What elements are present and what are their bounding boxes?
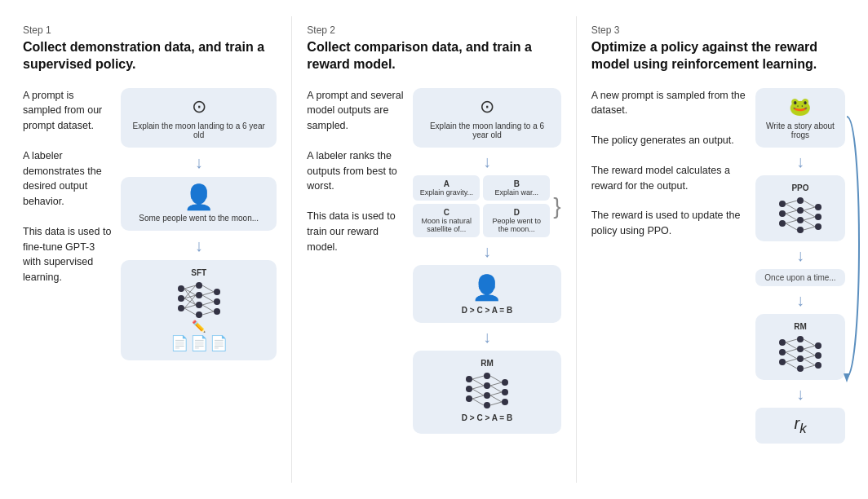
output-a-letter: A [416, 179, 476, 188]
svg-line-65 [804, 210, 815, 217]
svg-marker-91 [844, 373, 850, 382]
svg-point-52 [797, 217, 804, 223]
step1-title: Collect demonstration data, and train a … [23, 39, 277, 73]
step1-prompt-text: Explain the moon landing to a 6 year old [131, 121, 267, 139]
step2-person-icon: 👤 [472, 273, 502, 302]
step2-prompt-card: ⊙ Explain the moon landing to a 6 year o… [413, 88, 560, 148]
step3-rm-card: RM [755, 314, 845, 380]
step2-neural-net [463, 369, 512, 408]
svg-line-87 [804, 349, 815, 355]
step2-outputs-grid: A Explain gravity... B Explain war... C … [413, 175, 550, 237]
brace-icon: } [553, 195, 560, 218]
step3-label: Step 3 [591, 24, 845, 36]
svg-line-39 [472, 395, 484, 399]
svg-line-88 [804, 355, 815, 359]
step3-arrow2: ↓ [796, 247, 804, 263]
svg-point-76 [815, 342, 822, 349]
step3-desc1: A new prompt is sampled from the dataset… [591, 88, 749, 119]
svg-line-24 [202, 311, 214, 315]
svg-line-64 [804, 207, 815, 210]
svg-point-77 [815, 352, 822, 359]
svg-line-43 [490, 386, 502, 392]
doc-icons: 📄 📄 📄 [170, 334, 228, 352]
step1-desc3: This data is used to fine-tune GPT-3 wit… [23, 224, 113, 285]
step1-arrow1: ↓ [195, 154, 203, 170]
svg-line-62 [786, 223, 797, 230]
step1-labeler-card: 👤 Some people went to the moon... [121, 177, 277, 231]
svg-line-44 [490, 392, 502, 395]
step2-output-a: A Explain gravity... [413, 175, 480, 201]
svg-line-82 [786, 352, 797, 359]
step2-outputs-container: A Explain gravity... B Explain war... C … [413, 175, 560, 237]
step2-column: Step 2 Collect comparison data, and trai… [292, 16, 576, 483]
svg-point-28 [484, 373, 490, 379]
svg-line-20 [202, 292, 214, 295]
step3-prompt-card: 🐸 Write a story about frogs [755, 88, 845, 148]
svg-line-57 [786, 201, 797, 204]
svg-point-72 [797, 336, 804, 342]
frog-icon: 🐸 [789, 96, 811, 117]
svg-point-9 [214, 308, 220, 315]
svg-line-67 [804, 220, 815, 227]
svg-point-8 [214, 298, 220, 305]
step3-rk-text: rk [794, 414, 806, 432]
doc-icon3: 📄 [210, 334, 228, 352]
svg-point-33 [502, 389, 508, 395]
svg-line-79 [786, 339, 797, 342]
svg-line-36 [472, 379, 484, 386]
svg-line-80 [786, 342, 797, 349]
step3-rk-card: rk [755, 408, 845, 444]
step2-output-d: D People went to the moon... [483, 204, 550, 237]
svg-point-47 [779, 201, 786, 207]
step3-prompt-text: Write a story about frogs [765, 121, 835, 139]
step2-desc3: This data is used to train our reward mo… [307, 209, 405, 254]
output-b-text: Explain war... [495, 188, 539, 197]
svg-point-34 [502, 399, 508, 405]
feedback-arrow-svg [840, 117, 863, 378]
step2-prompt-text: Explain the moon landing to a 6 year old [423, 121, 551, 139]
svg-point-29 [484, 382, 490, 389]
step1-column: Step 1 Collect demonstration data, and t… [8, 16, 292, 483]
svg-line-90 [804, 365, 815, 369]
output-d-letter: D [486, 208, 547, 217]
svg-point-51 [797, 207, 804, 214]
step3-output-card: Once upon a time... [755, 269, 845, 286]
step2-output-c: C Moon is natural satellite of... [413, 204, 480, 237]
svg-line-63 [804, 201, 815, 207]
step3-column: Step 3 Optimize a policy against the rew… [577, 16, 860, 483]
svg-line-85 [804, 339, 815, 346]
svg-line-84 [786, 362, 797, 369]
step3-arrow3: ↓ [796, 292, 804, 308]
step1-descriptions: A prompt is sampled from our prompt data… [23, 88, 113, 475]
step2-arrow2: ↓ [483, 243, 491, 259]
step3-desc4: The reward is used to update the policy … [591, 208, 749, 239]
main-layout: Step 1 Collect demonstration data, and t… [8, 16, 860, 483]
output-c-letter: C [416, 208, 476, 217]
step1-prompt-card: ⊙ Explain the moon landing to a 6 year o… [121, 88, 277, 148]
step3-arrow1: ↓ [796, 153, 804, 170]
step1-desc1: A prompt is sampled from our prompt data… [23, 88, 113, 134]
svg-point-50 [797, 197, 804, 204]
svg-point-30 [484, 392, 490, 399]
svg-line-46 [490, 402, 502, 405]
svg-line-81 [786, 349, 797, 352]
step3-rm-label: RM [794, 322, 807, 331]
step1-neural-net [175, 279, 224, 318]
svg-line-19 [202, 285, 214, 292]
step3-diagram: 🐸 Write a story about frogs ↓ PPO [755, 88, 845, 475]
svg-line-42 [490, 382, 502, 386]
doc-icon1: 📄 [170, 334, 188, 352]
output-b-letter: B [486, 179, 547, 188]
svg-line-86 [804, 346, 815, 349]
step3-ppo-card: PPO [755, 175, 845, 241]
step2-output-b: B Explain war... [483, 175, 550, 201]
svg-point-2 [178, 305, 184, 311]
pencil-icon: ✏️ [192, 320, 206, 333]
svg-point-55 [815, 214, 822, 220]
svg-point-25 [466, 376, 472, 382]
output-c-text: Moon is natural satellite of... [422, 217, 472, 233]
svg-line-58 [786, 204, 797, 210]
svg-point-5 [196, 302, 202, 308]
output-a-text: Explain gravity... [420, 188, 473, 197]
svg-point-70 [779, 349, 786, 355]
